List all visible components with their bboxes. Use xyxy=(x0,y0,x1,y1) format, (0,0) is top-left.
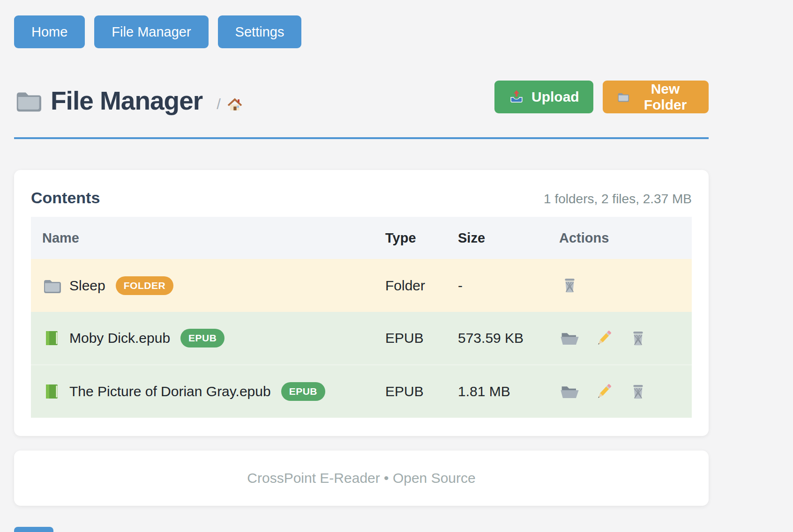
file-name: Moby Dick.epub xyxy=(69,330,170,346)
header-divider xyxy=(14,137,709,139)
type-cell: EPUB xyxy=(385,312,458,365)
nav-settings-button[interactable]: Settings xyxy=(218,15,302,48)
page-header: File Manager / xyxy=(14,86,243,116)
open-action-button[interactable] xyxy=(559,328,580,349)
contents-card: Contents 1 folders, 2 files, 2.37 MB Nam… xyxy=(14,170,709,436)
book-icon xyxy=(42,382,61,401)
type-cell: Folder xyxy=(385,259,458,312)
table-row: Moby Dick.epubEPUBEPUB573.59 KB xyxy=(31,312,692,365)
pencil-icon xyxy=(593,328,614,349)
row-actions xyxy=(559,275,692,296)
clipped-button-fragment xyxy=(14,527,53,532)
table-row: The Picture of Dorian Gray.epubEPUBEPUB1… xyxy=(31,365,692,418)
type-badge: EPUB xyxy=(281,382,325,401)
delete-action-button[interactable] xyxy=(559,275,580,296)
size-cell: 573.59 KB xyxy=(458,312,559,365)
delete-action-button[interactable] xyxy=(628,328,649,349)
upload-tray-icon xyxy=(509,89,524,105)
nav-file-manager-button[interactable]: File Manager xyxy=(94,15,208,48)
header-actions: Upload New Folder xyxy=(494,81,709,113)
folder-icon xyxy=(617,89,629,105)
open-folder-icon xyxy=(559,381,580,402)
table-header-row: Name Type Size Actions xyxy=(31,217,692,259)
delete-action-button[interactable] xyxy=(628,381,649,402)
edit-action-button[interactable] xyxy=(593,328,614,349)
column-header-type: Type xyxy=(385,217,458,259)
folder-icon xyxy=(42,276,61,295)
file-table: Name Type Size Actions SleepFOLDERFolder… xyxy=(31,217,692,418)
new-folder-button[interactable]: New Folder xyxy=(603,81,709,113)
top-nav: Home File Manager Settings xyxy=(14,15,301,48)
row-actions xyxy=(559,328,692,349)
file-name: Sleep xyxy=(69,278,105,294)
home-icon[interactable] xyxy=(226,96,243,113)
open-action-button[interactable] xyxy=(559,381,580,402)
open-folder-icon xyxy=(559,328,580,349)
upload-button-label: Upload xyxy=(531,89,579,105)
contents-summary: 1 folders, 2 files, 2.37 MB xyxy=(544,192,692,207)
upload-button[interactable]: Upload xyxy=(494,81,593,113)
breadcrumb-separator: / xyxy=(217,96,221,113)
new-folder-button-label: New Folder xyxy=(636,81,695,113)
book-icon xyxy=(42,329,61,347)
type-badge: EPUB xyxy=(180,329,224,347)
trash-icon xyxy=(628,381,649,402)
nav-home-button[interactable]: Home xyxy=(14,15,85,48)
size-cell: 1.81 MB xyxy=(458,365,559,418)
type-cell: EPUB xyxy=(385,365,458,418)
row-actions xyxy=(559,381,692,402)
column-header-size: Size xyxy=(458,217,559,259)
pencil-icon xyxy=(593,381,614,402)
column-header-actions: Actions xyxy=(559,217,692,259)
trash-icon xyxy=(628,328,649,349)
breadcrumb: / xyxy=(217,96,243,113)
edit-action-button[interactable] xyxy=(593,381,614,402)
file-name: The Picture of Dorian Gray.epub xyxy=(69,384,271,399)
footer-text: CrossPoint E-Reader • Open Source xyxy=(247,470,475,486)
table-row: SleepFOLDERFolder- xyxy=(31,259,692,312)
trash-icon xyxy=(559,275,580,296)
size-cell: - xyxy=(458,259,559,312)
footer-card: CrossPoint E-Reader • Open Source xyxy=(14,451,709,506)
type-badge: FOLDER xyxy=(116,276,173,295)
column-header-name: Name xyxy=(31,217,385,259)
contents-heading: Contents xyxy=(31,189,100,207)
folder-icon xyxy=(14,87,41,114)
page-title: File Manager xyxy=(51,86,202,116)
